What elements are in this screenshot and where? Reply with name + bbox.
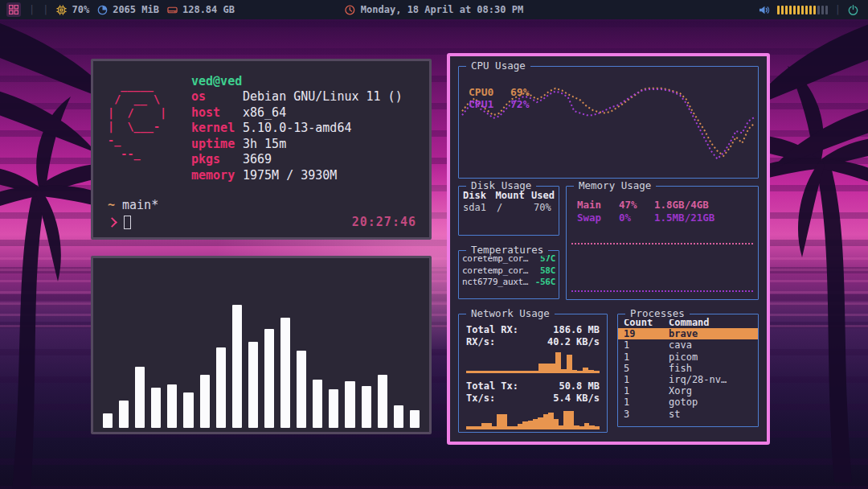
visualizer-bar — [200, 375, 210, 428]
process-row[interactable]: 19brave — [618, 328, 758, 339]
neofetch-info-row: osDebian GNU/Linux 11 () — [191, 89, 403, 105]
temperature-rows: coretemp_cor…57Ccoretemp_cor…58Cnct6779_… — [459, 251, 559, 291]
spark-bar — [588, 370, 594, 372]
speaker-icon[interactable] — [759, 5, 770, 15]
spark-bar — [494, 371, 500, 372]
visualizer-bar — [151, 388, 161, 428]
cpu-legend-cpu1: CPU172% — [469, 98, 529, 110]
visualizer-bar — [378, 375, 387, 428]
memory-row: Main47%1.8GB/4GB — [577, 199, 758, 212]
process-row[interactable]: 1irq/28-nv… — [618, 374, 758, 385]
network-tx-group: Total Tx:50.8 MB Tx/s:5.4 KB/s — [466, 380, 600, 429]
process-row[interactable]: 5fish — [618, 363, 758, 374]
cpu-icon — [56, 5, 67, 15]
process-row[interactable]: 1gotop — [618, 397, 758, 408]
text-cursor[interactable] — [124, 216, 131, 229]
disk-value: 128.84 GB — [182, 4, 235, 15]
process-table: CountCommand19brave1cava1picom5fish1irq/… — [618, 314, 758, 420]
spark-bar — [572, 370, 578, 372]
shell-prompt[interactable]: ~main* 20:27:46 — [108, 197, 416, 231]
volume-bar — [825, 6, 828, 14]
cpu-history-graph — [459, 67, 758, 178]
memory-usage-panel: Memory Usage Main47%1.8GB/4GBSwap0%1.5MB… — [566, 186, 759, 300]
prompt-cwd: ~ — [108, 198, 115, 212]
visualizer-bar — [264, 329, 274, 428]
panel-title: Disk Usage — [466, 179, 536, 191]
spark-bar — [500, 371, 506, 372]
visualizer-bar — [313, 380, 322, 428]
visualizer-bar — [183, 392, 193, 428]
datetime-text: Monday, 18 April at 08:30 PM — [361, 4, 523, 15]
visualizer-bar — [135, 367, 145, 428]
process-row[interactable]: 1picom — [618, 351, 758, 363]
spark-bar — [489, 371, 494, 372]
spark-bar — [527, 371, 533, 372]
memory-row: Swap0%1.5MB/21GB — [577, 212, 758, 224]
audio-visualizer-window[interactable] — [91, 256, 432, 434]
volume-bar — [817, 6, 820, 14]
separator: | — [43, 4, 48, 15]
spark-bar — [516, 371, 522, 372]
neofetch-info-row: kernel5.10.0-13-amd64 — [191, 121, 403, 137]
apps-grid-icon[interactable] — [6, 2, 21, 17]
system-monitor-window[interactable]: CPU Usage CPU069%CPU172% Disk Usage Disk… — [447, 53, 770, 445]
panel-title: Memory Usage — [574, 179, 656, 191]
visualizer-bar — [167, 384, 177, 428]
disk-usage-panel: Disk Usage DiskMountUsedsda1/70% — [458, 186, 559, 236]
volume-bar — [793, 6, 796, 14]
temperature-row: coretemp_cor…58C — [462, 265, 555, 277]
disk-table-header: DiskMountUsed — [463, 190, 555, 202]
spark-bar — [561, 369, 567, 372]
volume-bar — [789, 6, 792, 14]
visualizer-bars — [103, 266, 420, 428]
memory-level-line — [571, 243, 753, 244]
volume-bar — [797, 6, 800, 14]
prompt-chevron-icon — [107, 217, 117, 228]
neofetch-info-row: pkgs3669 — [191, 152, 403, 168]
network-rx-group: Total RX:186.6 MB RX/s:40.2 KB/s — [466, 324, 600, 373]
tx-total: 50.8 MB — [559, 380, 600, 392]
volume-level-bars[interactable] — [777, 6, 828, 14]
visualizer-bar — [280, 318, 290, 428]
spark-bar — [550, 364, 555, 372]
spark-bar — [567, 355, 572, 372]
separator: | — [835, 4, 841, 15]
visualizer-bar — [103, 413, 113, 428]
spark-bar — [510, 371, 516, 372]
neofetch-info-row: hostx86_64 — [191, 105, 403, 121]
visualizer-bar — [329, 389, 338, 428]
cpu-usage-indicator: 70% — [56, 4, 89, 15]
temperatures-panel: Temperatures coretemp_cor…57Ccoretemp_co… — [458, 250, 559, 299]
process-row[interactable]: 3st — [618, 409, 758, 420]
terminal-clock: 20:27:46 — [352, 215, 416, 229]
neofetch-user-host: ved@ved — [191, 74, 403, 89]
neofetch-info-row: uptime3h 15m — [191, 137, 403, 153]
terminal-window[interactable]: _____ / __ \ | / | | \___- -_ --_ ved@ve… — [91, 59, 432, 240]
clock-icon — [345, 5, 355, 15]
visualizer-bar — [394, 405, 403, 428]
spark-bar — [472, 371, 477, 372]
spark-bar — [577, 371, 583, 372]
rx-sparkline — [466, 350, 600, 373]
visualizer-bar — [362, 386, 371, 428]
volume-bar — [805, 6, 808, 14]
visualizer-bar — [248, 342, 258, 428]
tx-rate: 5.4 KB/s — [553, 392, 600, 405]
pie-chart-icon — [97, 5, 108, 15]
tx-sparkline — [466, 406, 600, 429]
visualizer-bar — [216, 347, 226, 429]
power-icon[interactable] — [848, 5, 858, 15]
rx-total: 186.6 MB — [553, 324, 600, 336]
volume-bar — [777, 6, 780, 14]
volume-bar — [801, 6, 804, 14]
volume-bar — [785, 6, 788, 14]
visualizer-bar — [345, 381, 354, 428]
disk-indicator: 128.84 GB — [167, 4, 235, 15]
visualizer-bar — [410, 410, 420, 428]
memory-rows: Main47%1.8GB/4GBSwap0%1.5MB/21GB — [567, 187, 758, 224]
process-row[interactable]: 1cava — [618, 339, 758, 351]
process-row[interactable]: 1Xorg — [618, 385, 758, 397]
volume-bar — [813, 6, 816, 14]
desktop: | | 70% 2065 MiB — [0, 0, 868, 489]
cpu-legend-cpu0: CPU069% — [469, 86, 529, 98]
